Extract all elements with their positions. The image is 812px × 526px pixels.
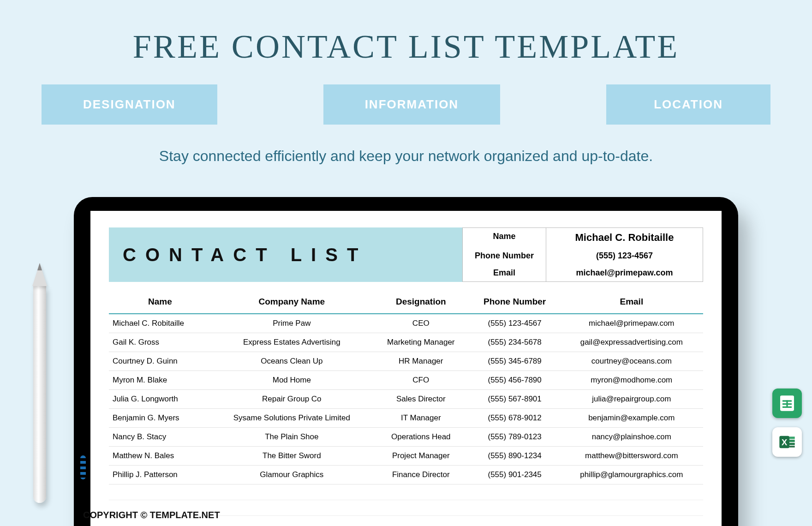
table-row: Julia G. LongworthRepair Group CoSales D… bbox=[109, 390, 703, 409]
cell-phone: (555) 890-1234 bbox=[470, 447, 560, 466]
cell-designation: Sales Director bbox=[372, 390, 470, 409]
owner-name-label: Name bbox=[463, 228, 546, 247]
cell-name: Courtney D. Guinn bbox=[109, 352, 211, 371]
cell-phone: (555) 901-2345 bbox=[470, 466, 560, 484]
page-title: FREE CONTACT LIST TEMPLATE bbox=[0, 0, 812, 84]
tablet-frame: CONTACT LIST Name Michael C. Robitaille … bbox=[74, 197, 738, 526]
format-badges: X bbox=[772, 389, 802, 457]
cell-company: Repair Group Co bbox=[211, 390, 372, 409]
cell-name: Gail K. Gross bbox=[109, 333, 211, 352]
tagline: Stay connected efficiently and keep your… bbox=[0, 148, 812, 165]
cell-email: benjamin@example.com bbox=[560, 409, 703, 428]
cell-email: nancy@plainshoe.com bbox=[560, 428, 703, 447]
cell-designation: Marketing Manager bbox=[372, 333, 470, 352]
owner-email: michael@primepaw.com bbox=[546, 264, 703, 281]
cell-email: matthew@bittersword.com bbox=[560, 447, 703, 466]
cell-company: The Plain Shoe bbox=[211, 428, 372, 447]
chip-designation: DESIGNATION bbox=[42, 84, 217, 125]
svg-rect-8 bbox=[789, 440, 795, 442]
chip-location: LOCATION bbox=[606, 84, 770, 125]
table-row: Michael C. RobitaillePrime PawCEO(555) 1… bbox=[109, 314, 703, 333]
cell-company: Express Estates Advertising bbox=[211, 333, 372, 352]
excel-icon[interactable]: X bbox=[772, 427, 802, 457]
table-row: Matthew N. BalesThe Bitter SwordProject … bbox=[109, 447, 703, 466]
cell-name: Julia G. Longworth bbox=[109, 390, 211, 409]
cell-designation: Project Manager bbox=[372, 447, 470, 466]
cell-company: Glamour Graphics bbox=[211, 466, 372, 484]
cell-company: Oceans Clean Up bbox=[211, 352, 372, 371]
cell-email: michael@primepaw.com bbox=[560, 314, 703, 333]
owner-name: Michael C. Robitaille bbox=[546, 228, 703, 247]
col-email: Email bbox=[560, 290, 703, 314]
col-company: Company Name bbox=[211, 290, 372, 314]
cell-designation: Finance Director bbox=[372, 466, 470, 484]
col-name: Name bbox=[109, 290, 211, 314]
google-sheets-icon[interactable] bbox=[772, 389, 802, 418]
cell-company: Mod Home bbox=[211, 371, 372, 390]
cell-name: Nancy B. Stacy bbox=[109, 428, 211, 447]
cell-email: myron@modhome.com bbox=[560, 371, 703, 390]
svg-text:X: X bbox=[782, 437, 788, 447]
table-row: Phillip J. PattersonGlamour GraphicsFina… bbox=[109, 466, 703, 484]
doc-title-bar: CONTACT LIST bbox=[109, 227, 462, 282]
cell-phone: (555) 678-9012 bbox=[470, 409, 560, 428]
col-designation: Designation bbox=[372, 290, 470, 314]
cell-designation: CFO bbox=[372, 371, 470, 390]
table-row: Myron M. BlakeMod HomeCFO(555) 456-7890m… bbox=[109, 371, 703, 390]
table-row: Nancy B. StacyThe Plain ShoeOperations H… bbox=[109, 428, 703, 447]
cell-email: gail@expressadvertising.com bbox=[560, 333, 703, 352]
cell-company: Prime Paw bbox=[211, 314, 372, 333]
svg-rect-10 bbox=[789, 446, 795, 447]
cell-email: phillip@glamourgraphics.com bbox=[560, 466, 703, 484]
cell-phone: (555) 789-0123 bbox=[470, 428, 560, 447]
cell-phone: (555) 456-7890 bbox=[470, 371, 560, 390]
cell-designation: IT Manager bbox=[372, 409, 470, 428]
chip-information: INFORMATION bbox=[323, 84, 501, 125]
document-screen: CONTACT LIST Name Michael C. Robitaille … bbox=[90, 211, 722, 526]
cell-name: Benjamin G. Myers bbox=[109, 409, 211, 428]
owner-phone: (555) 123-4567 bbox=[546, 247, 703, 264]
svg-rect-9 bbox=[789, 443, 795, 445]
cell-phone: (555) 234-5678 bbox=[470, 333, 560, 352]
cell-phone: (555) 567-8901 bbox=[470, 390, 560, 409]
cell-name: Phillip J. Patterson bbox=[109, 466, 211, 484]
cell-company: The Bitter Sword bbox=[211, 447, 372, 466]
owner-email-label: Email bbox=[463, 264, 546, 281]
contacts-table: Name Company Name Designation Phone Numb… bbox=[109, 290, 703, 526]
doc-title: CONTACT LIST bbox=[123, 245, 367, 265]
svg-rect-4 bbox=[786, 400, 788, 408]
cell-designation: CEO bbox=[372, 314, 470, 333]
cell-designation: Operations Head bbox=[372, 428, 470, 447]
chip-row: DESIGNATION INFORMATION LOCATION bbox=[42, 84, 770, 125]
owner-phone-label: Phone Number bbox=[463, 247, 546, 264]
cell-name: Matthew N. Bales bbox=[109, 447, 211, 466]
table-row: Gail K. GrossExpress Estates Advertising… bbox=[109, 333, 703, 352]
cell-email: julia@repairgroup.com bbox=[560, 390, 703, 409]
cell-company: Sysame Solutions Private Limited bbox=[211, 409, 372, 428]
pencil-graphic bbox=[32, 263, 47, 503]
table-row: Benjamin G. MyersSysame Solutions Privat… bbox=[109, 409, 703, 428]
copyright: COPYRIGHT © TEMPLATE.NET bbox=[83, 510, 220, 520]
cell-name: Myron M. Blake bbox=[109, 371, 211, 390]
svg-rect-7 bbox=[789, 436, 795, 439]
cell-phone: (555) 123-4567 bbox=[470, 314, 560, 333]
table-row-empty bbox=[109, 484, 703, 500]
col-phone: Phone Number bbox=[470, 290, 560, 314]
owner-card: Name Michael C. Robitaille Phone Number … bbox=[462, 227, 703, 282]
table-header-row: Name Company Name Designation Phone Numb… bbox=[109, 290, 703, 314]
table-row: Courtney D. GuinnOceans Clean UpHR Manag… bbox=[109, 352, 703, 371]
cell-phone: (555) 345-6789 bbox=[470, 352, 560, 371]
cell-name: Michael C. Robitaille bbox=[109, 314, 211, 333]
cell-email: courtney@oceans.com bbox=[560, 352, 703, 371]
cell-designation: HR Manager bbox=[372, 352, 470, 371]
